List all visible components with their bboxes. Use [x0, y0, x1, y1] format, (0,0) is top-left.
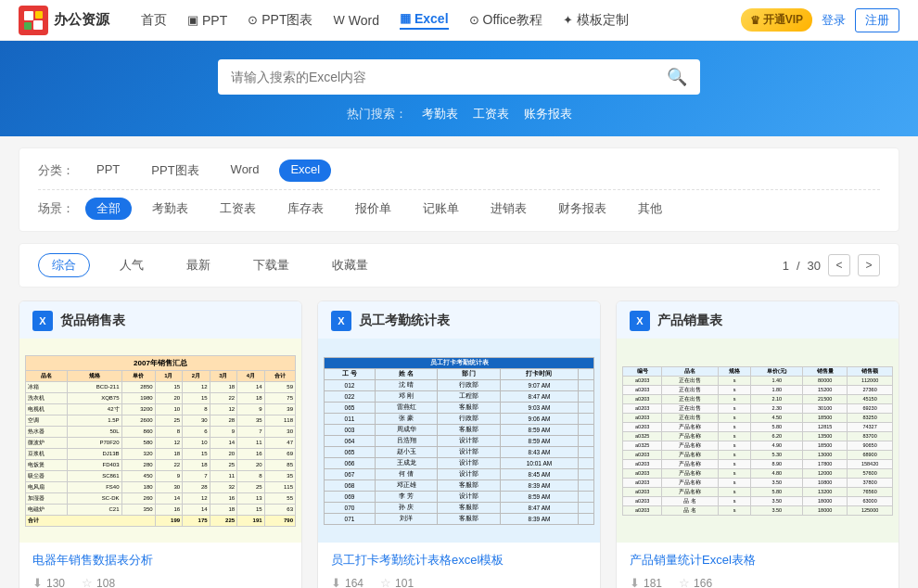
excel-icon: ▦ [400, 11, 411, 25]
card-1-header: X 货品销售表 [19, 301, 301, 339]
filter-section: 分类： PPT PPT图表 Word Excel 场景： 全部 考勤表 工资表 … [19, 147, 899, 232]
card-1-excel-icon: X [32, 311, 53, 331]
card-1-download-stat: ⬇ 130 [32, 576, 65, 588]
next-page-button[interactable]: > [858, 254, 880, 276]
scene-tag-finance[interactable]: 财务报表 [547, 198, 618, 220]
vip-button[interactable]: ♛ 开通VIP [741, 8, 812, 32]
sort-tag-downloads[interactable]: 下载量 [240, 254, 302, 276]
cards-grid: X 货品销售表 2007年销售汇总 品名规格单价1月2月3月4月合计 冰箱BCD… [19, 300, 899, 588]
card-1-title: 货品销售表 [60, 313, 125, 329]
card-1-name[interactable]: 电器年销售数据表分析 [32, 552, 288, 569]
card-2[interactable]: X 员工考勤统计表 员工打卡考勤统计表 工 号姓 名部 门打卡时间 012沈 晴… [317, 300, 601, 588]
card-2-excel-icon: X [331, 311, 351, 331]
download-icon-1: ⬇ [32, 576, 43, 588]
filter-tag-word[interactable]: Word [220, 160, 271, 182]
nav-template-custom[interactable]: ✦模板定制 [563, 12, 629, 29]
filter-tag-ppt-chart[interactable]: PPT图表 [140, 160, 210, 182]
card-3-star-count: 166 [694, 577, 712, 589]
card-1[interactable]: X 货品销售表 2007年销售汇总 品名规格单价1月2月3月4月合计 冰箱BCD… [19, 300, 302, 588]
vip-crown-icon: ♛ [750, 14, 760, 27]
card-2-download-stat: ⬇ 164 [331, 576, 363, 588]
scene-filter-row: 场景： 全部 考勤表 工资表 库存表 报价单 记账单 进销表 财务报表 其他 [38, 198, 880, 220]
star-icon-1: ☆ [82, 576, 93, 588]
card-1-star-count: 108 [96, 577, 115, 589]
register-button[interactable]: 注册 [855, 8, 899, 32]
card-2-stats: ⬇ 164 ☆ 101 [331, 576, 587, 588]
scene-tag-ledger[interactable]: 记账单 [412, 198, 470, 220]
category-label: 分类： [38, 162, 74, 179]
nav-office-tutorial[interactable]: ⊙Office教程 [469, 12, 542, 29]
filter-tag-ppt[interactable]: PPT [85, 160, 131, 182]
hot-tag-attendance[interactable]: 考勤表 [422, 106, 458, 122]
card-1-footer: 电器年销售数据表分析 ⬇ 130 ☆ 108 [19, 543, 301, 588]
sort-tag-comprehensive[interactable]: 综合 [38, 253, 90, 277]
page-current: 1 [783, 259, 789, 273]
hot-tag-salary[interactable]: 工资表 [473, 106, 509, 122]
logo[interactable]: 办公资源 [19, 6, 109, 35]
scene-tag-other[interactable]: 其他 [627, 198, 673, 220]
card-3-name[interactable]: 产品销量统计Excel表格 [630, 552, 886, 569]
office-icon: ⊙ [469, 13, 479, 27]
nav-ppt-chart[interactable]: ⊙PPT图表 [248, 12, 312, 29]
card-3-stats: ⬇ 181 ☆ 166 [630, 576, 886, 588]
filter-tag-excel[interactable]: Excel [279, 160, 331, 182]
search-icon[interactable]: 🔍 [667, 67, 687, 87]
category-tags: PPT PPT图表 Word Excel [85, 160, 331, 182]
hot-tag-account[interactable]: 账务报表 [524, 106, 572, 122]
card-1-star-stat: ☆ 108 [82, 576, 115, 588]
download-icon-3: ⬇ [630, 576, 640, 588]
scene-tag-sales[interactable]: 进销表 [479, 198, 538, 220]
page-total: 30 [808, 259, 821, 273]
card-2-name[interactable]: 员工打卡考勤统计表格excel模板 [331, 552, 587, 569]
card-1-download-count: 130 [46, 577, 65, 589]
sort-tags: 综合 人气 最新 下载量 收藏量 [38, 253, 381, 277]
nav-word[interactable]: WWord [333, 13, 378, 28]
download-icon-2: ⬇ [331, 576, 341, 588]
sort-tag-popular[interactable]: 人气 [107, 254, 157, 276]
card-3-download-count: 181 [644, 577, 662, 589]
nav-ppt[interactable]: ▣PPT [187, 13, 227, 28]
scene-label: 场景： [38, 200, 74, 217]
svg-rect-2 [24, 22, 32, 30]
search-input[interactable] [231, 70, 667, 84]
card-1-preview: 2007年销售汇总 品名规格单价1月2月3月4月合计 冰箱BCD-2112850… [19, 339, 301, 543]
nav-excel[interactable]: ▦Excel [400, 11, 449, 30]
scene-tag-quote[interactable]: 报价单 [344, 198, 402, 220]
login-button[interactable]: 登录 [822, 12, 846, 29]
pagination: 1 / 30 < > [783, 254, 880, 276]
hot-label: 热门搜索： [347, 106, 407, 122]
sort-tag-latest[interactable]: 最新 [173, 254, 223, 276]
svg-rect-0 [24, 11, 33, 20]
card-2-preview: 员工打卡考勤统计表 工 号姓 名部 门打卡时间 012沈 晴行政部9:07 AM… [318, 339, 600, 543]
scene-tag-inventory[interactable]: 库存表 [276, 198, 335, 220]
card-3-preview: 编号品名规格单价(元)销售量销售额 a0203正在出售s1.4080000112… [617, 339, 899, 543]
ppt-icon: ▣ [187, 13, 198, 27]
logo-text: 办公资源 [54, 11, 109, 29]
card-2-star-count: 101 [395, 577, 414, 589]
nav-home[interactable]: 首页 [137, 12, 167, 29]
star-icon-3: ☆ [679, 576, 690, 588]
main-nav: 首页 ▣PPT ⊙PPT图表 WWord ▦Excel ⊙Office教程 ✦模… [137, 11, 741, 30]
prev-page-button[interactable]: < [828, 254, 850, 276]
card-1-stats: ⬇ 130 ☆ 108 [32, 576, 288, 588]
card-3-star-stat: ☆ 166 [679, 576, 712, 588]
card-3[interactable]: X 产品销量表 编号品名规格单价(元)销售量销售额 a0203正在出售s1.40… [616, 300, 899, 588]
logo-icon [19, 6, 48, 35]
banner: 🔍 热门搜索： 考勤表 工资表 账务报表 [0, 41, 918, 136]
category-filter-row: 分类： PPT PPT图表 Word Excel [38, 160, 880, 182]
card-2-download-count: 164 [345, 577, 363, 589]
svg-rect-3 [33, 20, 43, 30]
template-icon: ✦ [563, 13, 573, 27]
sort-tag-favorites[interactable]: 收藏量 [319, 254, 381, 276]
star-icon-2: ☆ [380, 576, 391, 588]
card-2-star-stat: ☆ 101 [380, 576, 414, 588]
card-2-title: 员工考勤统计表 [359, 313, 450, 329]
card-3-footer: 产品销量统计Excel表格 ⬇ 181 ☆ 166 [617, 543, 899, 588]
scene-tag-all[interactable]: 全部 [85, 198, 132, 220]
card-3-excel-icon: X [630, 311, 650, 331]
page-separator: / [797, 259, 800, 273]
scene-tag-attendance[interactable]: 考勤表 [141, 198, 199, 220]
scene-tag-salary[interactable]: 工资表 [209, 198, 267, 220]
card-2-footer: 员工打卡考勤统计表格excel模板 ⬇ 164 ☆ 101 [318, 543, 600, 588]
hot-search: 热门搜索： 考勤表 工资表 账务报表 [0, 106, 918, 122]
